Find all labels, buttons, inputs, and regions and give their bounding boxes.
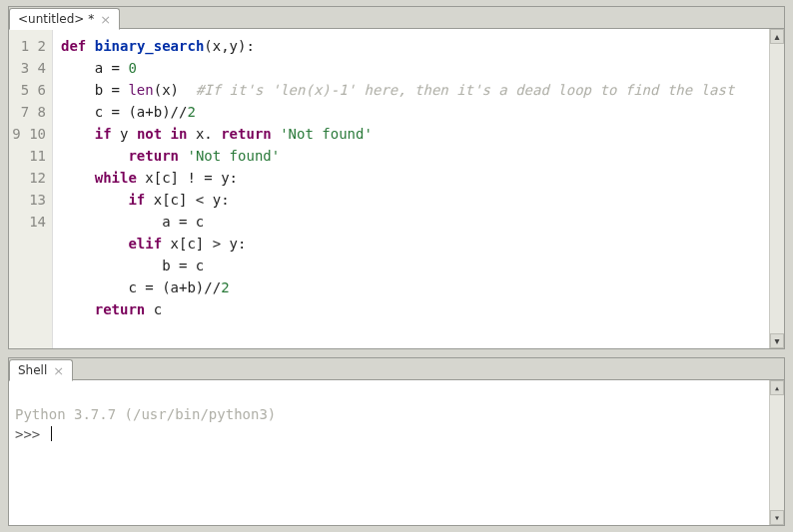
editor-pane: <untitled> * × 1 2 3 4 5 6 7 8 9 10 11 1… [8, 6, 785, 349]
shell-pane: Shell × Python 3.7.7 (/usr/bin/python3) … [8, 357, 785, 526]
editor-tabstrip: <untitled> * × [9, 7, 784, 29]
code-area[interactable]: def binary_search(x,y): a = 0 b = len(x)… [53, 29, 784, 348]
scroll-down-icon[interactable]: ▾ [770, 510, 784, 525]
scroll-down-icon[interactable]: ▾ [770, 333, 784, 348]
shell-area[interactable]: Python 3.7.7 (/usr/bin/python3) >>> ▴ ▾ [9, 379, 784, 525]
close-icon[interactable]: × [53, 364, 64, 377]
text-cursor [51, 426, 52, 441]
editor-scrollbar[interactable]: ▴ ▾ [769, 29, 784, 348]
shell-prompt: >>> [15, 426, 40, 442]
shell-tabstrip: Shell × [9, 358, 784, 380]
scroll-up-icon[interactable]: ▴ [770, 29, 784, 44]
close-icon[interactable]: × [100, 13, 111, 26]
editor-tab-title: <untitled> * [18, 12, 94, 26]
shell-tab[interactable]: Shell × [9, 359, 73, 381]
scroll-up-icon[interactable]: ▴ [770, 380, 784, 395]
line-gutter: 1 2 3 4 5 6 7 8 9 10 11 12 13 14 [9, 29, 53, 348]
shell-scrollbar[interactable]: ▴ ▾ [769, 380, 784, 525]
editor-content: 1 2 3 4 5 6 7 8 9 10 11 12 13 14 def bin… [9, 28, 784, 348]
shell-tab-title: Shell [18, 363, 47, 377]
editor-tab[interactable]: <untitled> * × [9, 8, 120, 30]
app-root: <untitled> * × 1 2 3 4 5 6 7 8 9 10 11 1… [0, 0, 793, 532]
shell-banner: Python 3.7.7 (/usr/bin/python3) [15, 406, 276, 422]
